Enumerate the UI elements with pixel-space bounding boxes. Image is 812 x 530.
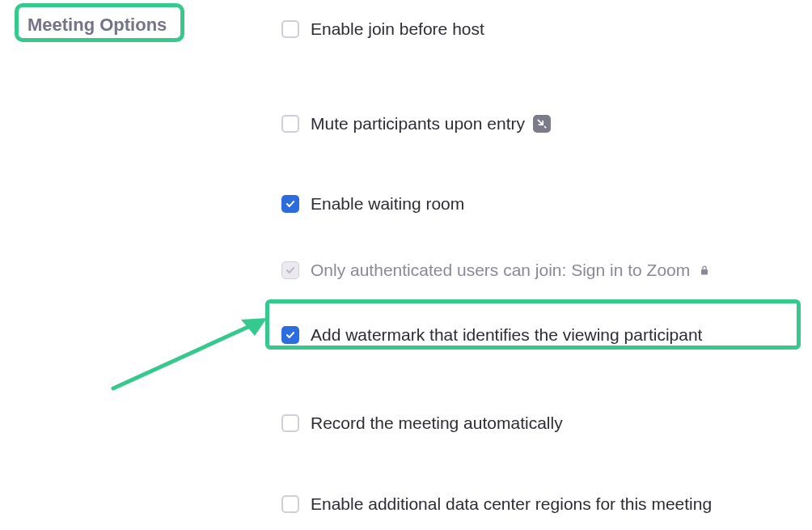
option-label: Only authenticated users can join: Sign … <box>311 261 690 280</box>
info-badge-icon[interactable] <box>533 115 551 133</box>
svg-marker-2 <box>241 318 267 336</box>
option-label: Enable waiting room <box>311 194 464 214</box>
option-mute-participants-upon-entry[interactable]: Mute participants upon entry <box>281 111 551 137</box>
option-enable-data-center-regions[interactable]: Enable additional data center regions fo… <box>281 491 712 517</box>
option-enable-waiting-room[interactable]: Enable waiting room <box>281 191 464 217</box>
option-label: Enable join before host <box>311 19 484 39</box>
lock-icon <box>700 265 709 276</box>
annotation-arrow-icon <box>105 307 275 396</box>
option-only-authenticated-users: Only authenticated users can join: Sign … <box>281 257 709 283</box>
option-label: Record the meeting automatically <box>311 413 563 433</box>
option-enable-join-before-host[interactable]: Enable join before host <box>281 16 484 42</box>
option-label: Mute participants upon entry <box>311 114 525 134</box>
option-label: Enable additional data center regions fo… <box>311 494 712 514</box>
svg-line-1 <box>113 322 259 388</box>
section-heading-meeting-options: Meeting Options <box>27 15 167 36</box>
option-add-watermark[interactable]: Add watermark that identifies the viewin… <box>281 322 702 348</box>
checkbox-disabled-checked-icon <box>281 261 299 279</box>
checkbox-icon[interactable] <box>281 20 299 38</box>
checkbox-checked-icon[interactable] <box>281 326 299 344</box>
option-label: Add watermark that identifies the viewin… <box>311 325 702 345</box>
checkbox-icon[interactable] <box>281 115 299 133</box>
svg-rect-0 <box>701 269 708 275</box>
checkbox-checked-icon[interactable] <box>281 195 299 213</box>
option-record-automatically[interactable]: Record the meeting automatically <box>281 410 563 436</box>
checkbox-icon[interactable] <box>281 414 299 432</box>
checkbox-icon[interactable] <box>281 495 299 513</box>
